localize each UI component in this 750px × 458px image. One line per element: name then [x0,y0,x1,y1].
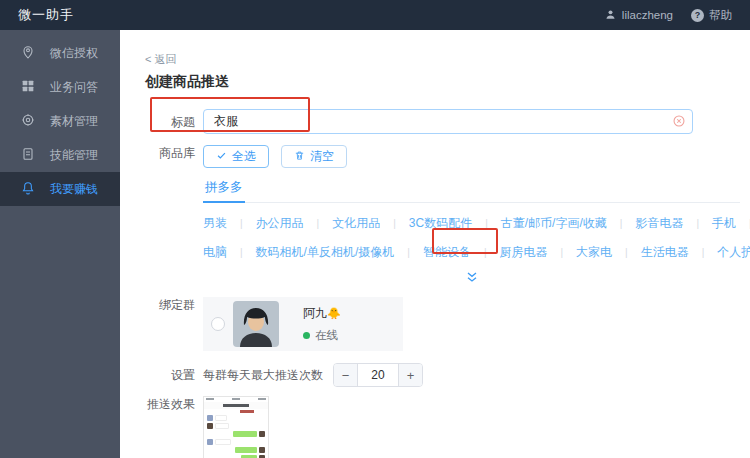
source-tabs: 拼多多 [203,176,740,203]
sidebar-item-label: 微信授权 [50,45,98,62]
category-row-1: 男装 | 办公用品 | 文化用品 | 3C数码配件 | 古董/邮币/字画/收藏 … [203,215,750,232]
category-link[interactable]: 个人护理保健 [717,244,750,261]
double-chevron-down-icon[interactable] [464,269,480,285]
category-divider: | [393,218,396,229]
category-divider: | [625,247,628,258]
category-divider: | [484,247,487,258]
user-icon [604,8,617,23]
category-link[interactable]: 古董/邮币/字画/收藏 [501,215,607,232]
sidebar-item-skill-mgmt[interactable]: 技能管理 [0,138,120,172]
title-input[interactable] [203,109,693,134]
title-row: 标题 [145,109,734,135]
group-avatar [233,301,279,347]
bind-group-row: 绑定群 阿九🐥 在线 [145,297,734,351]
category-divider: | [240,247,243,258]
category-row-2: 电脑 | 数码相机/单反相机/摄像机 | 智能设备 | 厨房电器 | 大家电 |… [203,244,750,261]
top-header: 微一助手 lilaczheng ? 帮助 [0,0,750,30]
category-divider: | [696,218,699,229]
trash-icon [294,150,305,164]
status-text: 在线 [315,328,338,343]
title-input-wrap [203,109,693,134]
bell-icon [20,180,36,199]
chat-row-right [207,431,265,437]
header-actions: lilaczheng ? 帮助 [604,8,732,23]
online-dot-icon [303,332,310,339]
sidebar-item-wechat-auth[interactable]: 微信授权 [0,36,120,70]
online-status: 在线 [303,328,341,343]
chat-row-left [207,439,265,445]
chat-row-left [207,423,265,429]
user-menu[interactable]: lilaczheng [604,8,673,23]
category-link[interactable]: 电脑 [203,244,227,261]
library-row: 商品库 全选 清空 [145,145,734,285]
sidebar-item-make-money[interactable]: 我要赚钱 [0,172,120,206]
category-link[interactable]: 手机 [712,215,736,232]
sidebar: 微信授权 业务问答 素材管理 技能管理 我要赚钱 [0,30,120,458]
category-link[interactable]: 3C数码配件 [409,215,472,232]
page-title: 创建商品推送 [145,73,734,91]
category-divider: | [240,218,243,229]
clear-input-icon[interactable] [672,114,686,128]
stepper-minus-button[interactable]: − [334,364,358,386]
document-icon [20,146,36,165]
category-link[interactable]: 文化用品 [332,215,380,232]
category-link[interactable]: 办公用品 [256,215,304,232]
preview-label: 推送效果 [145,396,195,413]
check-icon [216,150,227,164]
chat-row-right [207,447,265,453]
select-all-button[interactable]: 全选 [203,145,269,168]
category-link[interactable]: 智能设备 [423,244,471,261]
clear-all-label: 清空 [310,148,334,165]
tab-pinduoduo[interactable]: 拼多多 [203,176,245,203]
category-divider: | [702,247,705,258]
sidebar-item-label: 我要赚钱 [50,181,98,198]
preview-badge [240,410,254,413]
app-title: 微一助手 [18,6,74,24]
app-window: 微一助手 lilaczheng ? 帮助 微信授权 [0,0,750,458]
clear-all-button[interactable]: 清空 [281,145,347,168]
category-divider: | [407,247,410,258]
help-icon: ? [691,9,704,22]
main-content: < 返回 创建商品推送 标题 商品库 全选 [120,30,750,458]
group-checkbox[interactable] [211,317,225,331]
help-button[interactable]: ? 帮助 [691,8,732,23]
title-label: 标题 [145,109,195,135]
sidebar-item-label: 技能管理 [50,147,98,164]
category-divider: | [561,247,564,258]
stepper-value[interactable]: 20 [358,364,398,386]
category-divider: | [485,218,488,229]
settings-row: 设置 每群每天最大推送次数 − 20 + [145,363,734,387]
category-divider: | [620,218,623,229]
library-field: 全选 清空 拼多多 男装 | 办公用品 | [203,145,750,285]
category-link[interactable]: 数码相机/单反相机/摄像机 [256,244,395,261]
select-all-label: 全选 [232,148,256,165]
category-link[interactable]: 影音电器 [635,215,683,232]
push-count-stepper: − 20 + [333,363,423,387]
preview-row: 推送效果 [145,396,734,458]
bind-group-label: 绑定群 [145,297,195,314]
push-effect-preview-image [203,396,269,458]
back-link[interactable]: < 返回 [145,52,734,67]
location-pin-icon [20,44,36,63]
chick-emoji: 🐥 [327,307,341,319]
group-meta: 阿九🐥 在线 [303,305,341,343]
sidebar-item-business-qa[interactable]: 业务问答 [0,70,120,104]
preview-navbar [204,402,268,409]
category-link[interactable]: 大家电 [576,244,612,261]
sidebar-item-label: 素材管理 [50,113,98,130]
category-link[interactable]: 厨房电器 [500,244,548,261]
settings-description: 每群每天最大推送次数 [203,363,323,387]
username: lilaczheng [622,9,673,21]
chat-row-left [207,415,265,421]
stepper-plus-button[interactable]: + [398,364,422,386]
settings-label: 设置 [145,363,195,387]
library-label: 商品库 [145,145,195,162]
category-link[interactable]: 生活电器 [641,244,689,261]
grid-icon [20,78,36,97]
group-card[interactable]: 阿九🐥 在线 [203,297,403,351]
category-link[interactable]: 男装 [203,215,227,232]
sidebar-item-material-mgmt[interactable]: 素材管理 [0,104,120,138]
expand-row [203,269,740,285]
group-name: 阿九🐥 [303,305,341,322]
gear-icon [20,112,36,131]
